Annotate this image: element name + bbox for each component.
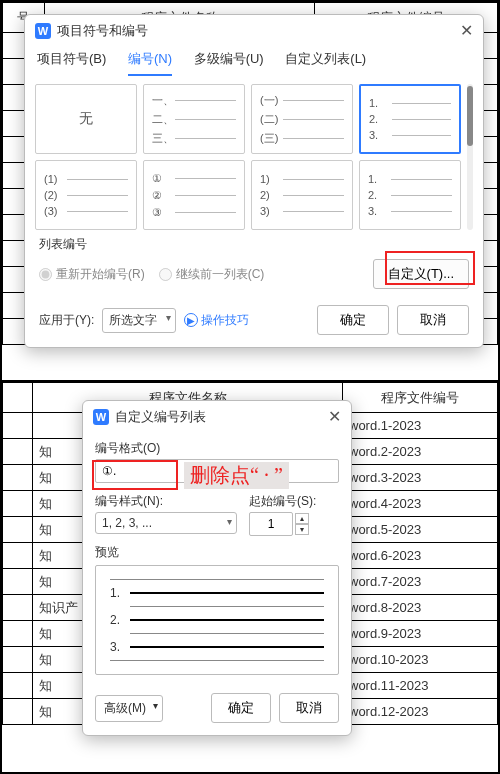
spin-up-icon[interactable]: ▴ — [295, 513, 309, 524]
radio-restart[interactable]: 重新开始编号(R) — [39, 266, 145, 283]
style-cn-ord[interactable]: 一、 二、 三、 — [143, 84, 245, 154]
wps-icon: W — [35, 23, 51, 39]
number-format-input[interactable] — [95, 459, 339, 483]
style-dot-selected[interactable]: 1. 2. 3. — [359, 84, 461, 154]
play-icon: ▶ — [184, 313, 198, 327]
tab-bullets[interactable]: 项目符号(B) — [37, 50, 106, 74]
style-half-paren[interactable]: 1) 2) 3) — [251, 160, 353, 230]
style-cn-paren[interactable]: (一) (二) (三) — [251, 84, 353, 154]
dialog2-titlebar[interactable]: W 自定义编号列表 ✕ — [83, 401, 351, 432]
dialog-titlebar[interactable]: W 项目符号和编号 ✕ — [25, 15, 483, 46]
close-icon[interactable]: ✕ — [460, 21, 473, 40]
start-number-input[interactable] — [249, 512, 293, 536]
style-label: 编号样式(N): — [95, 493, 237, 510]
style-none[interactable]: 无 — [35, 84, 137, 154]
preview-area: 1. 2. 3. — [95, 565, 339, 675]
bullets-numbering-dialog: W 项目符号和编号 ✕ 项目符号(B) 编号(N) 多级编号(U) 自定义列表(… — [24, 14, 484, 348]
custom-number-list-dialog: W 自定义编号列表 ✕ 编号格式(O) 编号样式(N): 1, 2, 3, ..… — [82, 400, 352, 736]
tab-customlist[interactable]: 自定义列表(L) — [285, 50, 366, 74]
style-circle[interactable]: ① ② ③ — [143, 160, 245, 230]
apply-to-label: 应用于(Y): — [39, 312, 94, 329]
list-number-label: 列表编号 — [25, 236, 483, 253]
wps-icon: W — [93, 409, 109, 425]
format-label: 编号格式(O) — [95, 440, 339, 457]
radio-continue[interactable]: 继续前一列表(C) — [159, 266, 265, 283]
ok-button-2[interactable]: 确定 — [211, 693, 271, 723]
apply-to-select[interactable]: 所选文字 — [102, 308, 176, 333]
tab-bar: 项目符号(B) 编号(N) 多级编号(U) 自定义列表(L) — [25, 46, 483, 76]
th-code-2: 程序文件编号 — [343, 383, 498, 413]
close-icon[interactable]: ✕ — [328, 407, 341, 426]
tab-numbering[interactable]: 编号(N) — [128, 50, 172, 76]
tab-multilevel[interactable]: 多级编号(U) — [194, 50, 264, 74]
style-dot-2[interactable]: 1. 2. 3. — [359, 160, 461, 230]
cancel-button-2[interactable]: 取消 — [279, 693, 339, 723]
preview-label: 预览 — [95, 544, 339, 561]
spin-down-icon[interactable]: ▾ — [295, 524, 309, 535]
number-style-select[interactable]: 1, 2, 3, ... — [95, 512, 237, 534]
number-style-grid: 无 一、 二、 三、 (一) (二) (三) 1. 2. 3. — [35, 84, 461, 230]
customize-button[interactable]: 自定义(T)... — [373, 259, 469, 289]
style-paren-low[interactable]: (1) (2) (3) — [35, 160, 137, 230]
grid-scrollbar[interactable] — [467, 84, 473, 230]
tips-link[interactable]: ▶操作技巧 — [184, 312, 249, 329]
advanced-select[interactable]: 高级(M) — [95, 695, 163, 722]
start-number-stepper[interactable]: ▴▾ — [249, 512, 339, 536]
cancel-button[interactable]: 取消 — [397, 305, 469, 335]
ok-button[interactable]: 确定 — [317, 305, 389, 335]
dialog-title: 项目符号和编号 — [57, 22, 148, 40]
dialog2-title: 自定义编号列表 — [115, 408, 206, 426]
start-label: 起始编号(S): — [249, 493, 339, 510]
